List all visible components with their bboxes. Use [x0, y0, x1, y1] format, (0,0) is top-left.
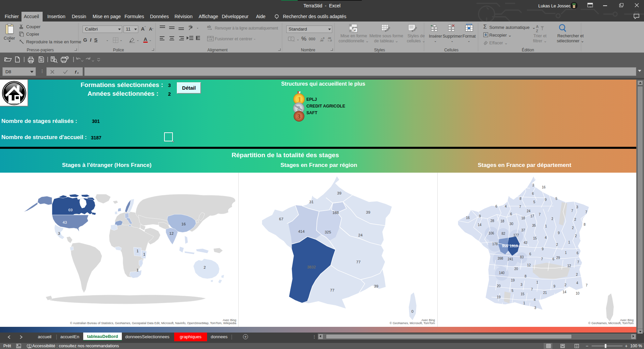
svg-text:x: x [77, 71, 79, 74]
svg-text:3: 3 [297, 113, 300, 120]
svg-text:Z: Z [536, 29, 538, 33]
svg-text:,00: ,00 [320, 39, 323, 42]
svg-text:≠: ≠ [354, 28, 356, 32]
svg-text:→,0: →,0 [327, 39, 332, 42]
svg-text:ab: ab [207, 25, 211, 29]
svg-text:1: 1 [298, 95, 301, 103]
svg-text:2: 2 [297, 105, 300, 112]
svg-text:A: A [536, 25, 539, 29]
svg-text:f: f [75, 70, 77, 74]
svg-text:ab: ab [189, 25, 192, 28]
